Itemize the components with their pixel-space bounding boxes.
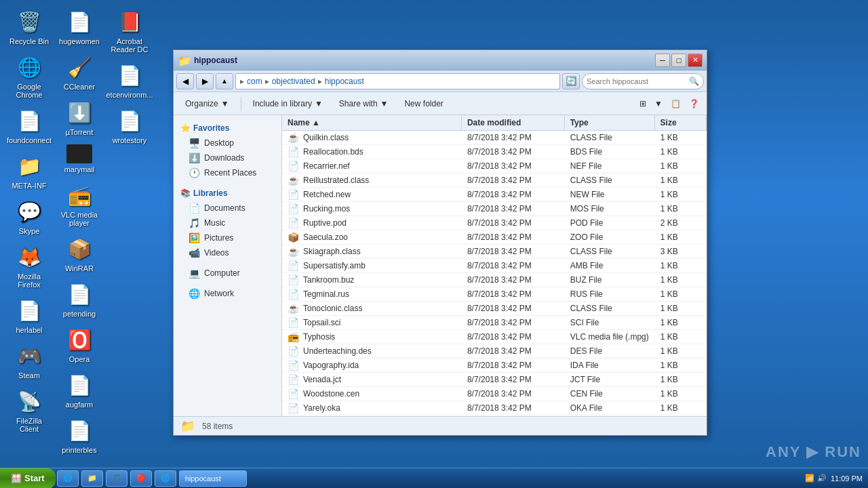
sidebar-item-downloads[interactable]: ⬇️ Downloads [174,150,281,165]
table-row[interactable]: 📄 Tegminal.rus 8/7/2018 3:42 PM RUS File… [282,287,707,302]
table-row[interactable]: 📄 Rucking.mos 8/7/2018 3:42 PM MOS File … [282,202,707,216]
back-button[interactable]: ◀ [176,73,194,89]
file-name-cell[interactable]: 📄 Woodstone.cen [282,387,462,401]
file-name-cell[interactable]: 📄 Rucking.mos [282,202,462,216]
file-name-cell[interactable]: 📄 Supersatisfy.amb [282,259,462,272]
file-name-cell[interactable]: 📄 Vapography.ida [282,359,462,372]
desktop-icon-acrobat[interactable]: 📕 Acrobat Reader DC [106,5,153,56]
path-com[interactable]: com [247,77,262,86]
restore-button[interactable]: □ [671,54,686,67]
table-row[interactable]: 📄 Supersatisfy.amb 8/7/2018 3:42 PM AMB … [282,259,707,273]
sidebar-item-videos[interactable]: 📹 Videos [174,245,281,260]
desktop-icon-vlc[interactable]: 📻 VLC media player [56,179,103,230]
table-row[interactable]: 📄 Underteaching.des 8/7/2018 3:42 PM DES… [282,344,707,359]
file-name-cell[interactable]: 📄 Underteaching.des [282,344,462,358]
column-header-type[interactable]: Type [565,115,655,130]
desktop-icon-wrotestory[interactable]: 📄 wrotestory [106,104,153,147]
new-folder-button[interactable]: New folder [397,95,450,113]
taskbar-item-opera-tb[interactable]: 🔴 [130,470,152,487]
table-row[interactable]: 📄 Vapography.ida 8/7/2018 3:42 PM IDA Fi… [282,359,707,373]
taskbar-item-explorer[interactable]: 📁 [81,470,103,487]
table-row[interactable]: 📄 Tankroom.buz 8/7/2018 3:42 PM BUZ File… [282,273,707,287]
desktop-icon-utorrent[interactable]: ⬇️ µTorrent [56,96,103,139]
minimize-button[interactable]: ─ [655,54,670,67]
table-row[interactable]: ☕ Skiagraph.class 8/7/2018 3:42 PM CLASS… [282,245,707,259]
desktop-icon-ccleaner[interactable]: 🧹 CCleaner [56,51,103,94]
file-name-cell[interactable]: 📄 Venada.jct [282,373,462,386]
file-name-cell[interactable]: ☕ Skiagraph.class [282,245,462,258]
file-name-cell[interactable]: 📄 Retched.new [282,188,462,201]
file-name-cell[interactable]: 📄 Topsail.sci [282,316,462,329]
up-button[interactable]: ▲ [216,73,233,89]
desktop-icon-foundconnect[interactable]: 📄 foundconnect [5,104,53,147]
taskbar-item-chrome-tb[interactable]: 🌐 [155,470,176,487]
search-box[interactable]: 🔍 [582,73,704,89]
file-name-cell[interactable]: ☕ Quilkin.class [282,131,462,144]
sidebar-item-network[interactable]: 🌐 Network [174,286,281,301]
table-row[interactable]: 📄 Recarrier.nef 8/7/2018 3:42 PM NEF Fil… [282,159,707,174]
file-name-cell[interactable]: 📄 Recarrier.nef [282,159,462,173]
desktop-icon-skype[interactable]: 💬 Skype [5,195,53,238]
share-with-button[interactable]: Share with ▼ [332,95,396,113]
desktop-icon-firefox[interactable]: 🦊 Mozilla Firefox [5,241,53,291]
table-row[interactable]: 📄 Topsail.sci 8/7/2018 3:42 PM SCI File … [282,316,707,330]
path-objectivated[interactable]: objectivated [272,77,315,86]
view-toggle-button[interactable]: ⊞ [636,95,650,113]
file-name-cell[interactable]: ☕ Reillustrated.class [282,174,462,187]
address-path[interactable]: ▸ com ▸ objectivated ▸ hippocaust [235,73,560,89]
sidebar-item-music[interactable]: 🎵 Music [174,216,281,230]
file-name-cell[interactable]: 📄 Tankroom.buz [282,273,462,287]
volume-icon[interactable]: 🔊 [817,474,827,483]
sidebar-item-desktop[interactable]: 🖥️ Desktop [174,136,281,150]
file-name-cell[interactable]: 📄 Yarely.oka [282,401,462,415]
sidebar-item-recent-places[interactable]: 🕐 Recent Places [174,165,281,180]
sidebar-item-computer[interactable]: 💻 Computer [174,266,281,281]
start-button[interactable]: 🪟 Start [0,468,56,489]
file-name-cell[interactable]: 📄 Reallocation.bds [282,145,462,159]
column-header-name[interactable]: Name ▲ [282,115,462,130]
file-name-cell[interactable]: 📄 Tegminal.rus [282,287,462,301]
desktop-icon-google-chrome[interactable]: 🌐 Google Chrome [5,51,53,102]
table-row[interactable]: ☕ Tonoclonic.class 8/7/2018 3:42 PM CLAS… [282,302,707,316]
table-row[interactable]: 📄 Venada.jct 8/7/2018 3:42 PM JCT File 1… [282,373,707,387]
network-status-icon[interactable]: 📶 [805,474,814,483]
path-hippocaust[interactable]: hippocaust [325,77,364,86]
desktop-icon-herlabel[interactable]: 📄 herlabel [5,294,53,337]
file-name-cell[interactable]: 📻 Typhosis [282,330,462,344]
desktop-icon-etcenvironm[interactable]: 📄 etcenvironm... [106,59,153,102]
include-in-library-button[interactable]: Include in library ▼ [245,95,330,113]
desktop-icon-filezilla[interactable]: 📡 FileZilla Client [5,385,53,436]
table-row[interactable]: 📄 Retched.new 8/7/2018 3:42 PM NEW File … [282,188,707,202]
view-dropdown-button[interactable]: ▼ [651,95,666,113]
sidebar-item-pictures[interactable]: 🖼️ Pictures [174,230,281,245]
search-input[interactable] [587,77,686,85]
help-button[interactable]: ❓ [686,95,703,113]
taskbar-active-window[interactable]: hippocaust [179,470,247,487]
desktop-icon-augfarm[interactable]: 📄 augfarm [56,369,103,411]
table-row[interactable]: 📄 Ruptive.pod 8/7/2018 3:42 PM POD File … [282,216,707,230]
desktop-icon-meta-inf[interactable]: 📁 META-INF [5,150,53,192]
taskbar-item-media[interactable]: 🎵 [106,470,127,487]
file-name-cell[interactable]: 📄 Ruptive.pod [282,216,462,230]
table-row[interactable]: 📄 Woodstone.cen 8/7/2018 3:42 PM CEN Fil… [282,387,707,401]
desktop-icon-petending[interactable]: 📄 petending [56,278,103,321]
desktop-icon-marymail[interactable]: marymail [56,142,103,176]
file-name-cell[interactable]: 📦 Saecula.zoo [282,230,462,244]
table-row[interactable]: 📄 Yarely.oka 8/7/2018 3:42 PM OKA File 1… [282,401,707,415]
taskbar-item-ie[interactable]: 🌐 [57,470,79,487]
close-button[interactable]: ✕ [688,54,703,67]
table-row[interactable]: ☕ Quilkin.class 8/7/2018 3:42 PM CLASS F… [282,131,707,145]
desktop-icon-opera[interactable]: 🅾️ Opera [56,323,103,366]
forward-button[interactable]: ▶ [196,73,214,89]
desktop-icon-recycle-bin[interactable]: 🗑️ Recycle Bin [5,5,53,48]
sidebar-item-documents[interactable]: 📄 Documents [174,201,281,216]
table-row[interactable]: ☕ Reillustrated.class 8/7/2018 3:42 PM C… [282,174,707,188]
desktop-icon-printerbles[interactable]: 📄 printerbles [56,414,103,457]
column-header-size[interactable]: Size [655,115,707,130]
file-name-cell[interactable]: ☕ Tonoclonic.class [282,302,462,315]
desktop-icon-hugewomen[interactable]: 📄 hugewomen [56,5,103,48]
table-row[interactable]: 📦 Saecula.zoo 8/7/2018 3:42 PM ZOO File … [282,230,707,245]
desktop-icon-winrar[interactable]: 📦 WinRAR [56,232,103,275]
organize-button[interactable]: Organize ▼ [178,95,237,113]
desktop-icon-steam[interactable]: 🎮 Steam [5,340,53,382]
